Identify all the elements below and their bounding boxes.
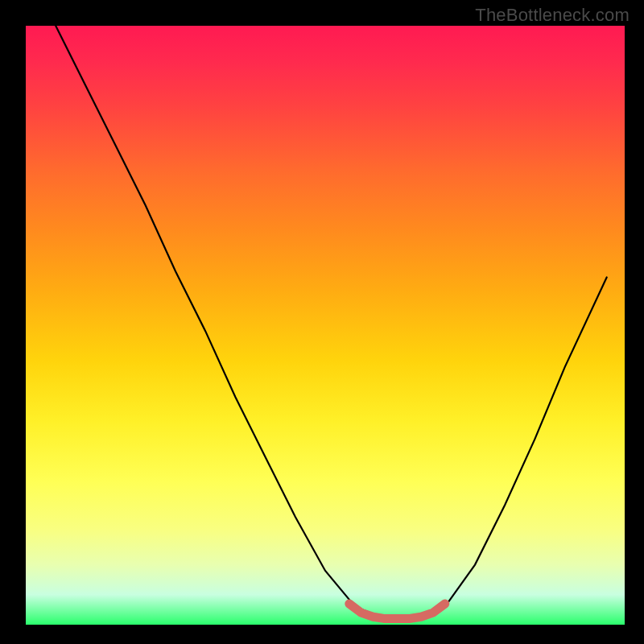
curve-layer [26,26,625,625]
flat-bottom-highlight [349,604,445,619]
plot-area [26,26,625,625]
watermark-text: TheBottleneck.com [475,5,630,26]
bottleneck-curve [56,26,607,619]
